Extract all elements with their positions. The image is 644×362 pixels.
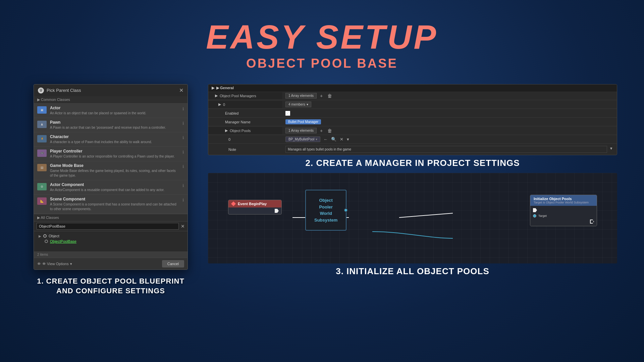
pooler-out-dot xyxy=(344,208,348,212)
opm-expand-icon: ▶ xyxy=(215,94,218,98)
actor-icon: ▣ xyxy=(37,106,47,114)
bp-icon-row: ← 🔍 ✕ ▾ xyxy=(322,137,350,142)
bp-badge: BP_MyBulletPool ▾ xyxy=(285,136,320,142)
dialog-close-button[interactable]: ✕ xyxy=(179,87,183,94)
note-value-cell: Manages all types bullet pools in the ga… xyxy=(282,144,617,155)
note-text: Manages all types bullet pools in the ga… xyxy=(285,146,607,153)
class-item-character[interactable]: 🧍 Character A character is a type of Paw… xyxy=(34,132,187,147)
target-pin-row: Target xyxy=(530,213,597,219)
controller-icon: 🎮 xyxy=(37,149,47,157)
members-badge: 4 members ▾ xyxy=(285,102,311,107)
manager-name-value-cell: Bullet Pool Manager xyxy=(282,118,617,126)
search-row: ✕ xyxy=(34,222,187,231)
tree-objectpoolbase-label: ObjectPoolBase xyxy=(50,239,76,243)
bp-value-cell: BP_MyBulletPool ▾ ← 🔍 ✕ ▾ xyxy=(282,135,617,143)
pawn-icon: ♟ xyxy=(37,121,47,128)
exec-out-pin-2 xyxy=(590,220,594,224)
dialog-footer: 👁 👁 View Options ▾ Cancel xyxy=(34,258,187,269)
bp-more-button[interactable]: ▾ xyxy=(346,137,350,142)
tree-object-label: Object xyxy=(49,234,59,238)
exec-out-pin-row xyxy=(530,219,597,225)
cancel-button[interactable]: Cancel xyxy=(162,260,184,267)
index-0-row: ▶ 0 4 members ▾ xyxy=(208,100,617,109)
view-options-label: 👁 View Options xyxy=(42,262,69,266)
game-mode-info-icon: ℹ xyxy=(182,164,184,169)
settings-panel: ▶ ▶ General ▶ Object Pool Managers 1 Arr… xyxy=(208,84,617,155)
class-item-game-mode-base[interactable]: ▤ Game Mode Base Game Mode Base defines … xyxy=(34,161,187,180)
enabled-checkbox[interactable]: ✓ xyxy=(285,111,290,116)
actor-component-name: Actor Component xyxy=(50,182,179,187)
search-input[interactable] xyxy=(37,223,179,230)
event-begin-play-node: Event BeginPlay xyxy=(228,200,282,215)
ue-logo: U xyxy=(38,87,44,94)
player-controller-desc: A Player Controller is an actor responsi… xyxy=(50,154,179,159)
items-count: 2 items xyxy=(34,251,187,258)
view-options-button[interactable]: 👁 👁 View Options ▾ xyxy=(37,262,72,266)
del-op-button[interactable]: 🗑 xyxy=(326,128,333,133)
object-pools-label: ▶ Object Pools xyxy=(208,127,282,134)
titlebar-left: U Pick Parent Class xyxy=(38,87,81,94)
header: EASY SETUP OBJECT POOL BASE xyxy=(206,20,438,71)
add-op-button[interactable]: + xyxy=(319,128,324,133)
class-info-pawn: Pawn A Pawn is an actor that can be 'pos… xyxy=(50,120,179,130)
exec-out-row xyxy=(228,207,281,214)
class-info-actor-component: Actor Component An ActorComponent is a r… xyxy=(50,182,179,192)
bp-search-button[interactable]: 🔍 xyxy=(330,137,337,142)
eye-icon: 👁 xyxy=(37,262,41,266)
bp-clear-button[interactable]: ✕ xyxy=(339,137,344,142)
index0-expand-icon: ▶ xyxy=(218,102,221,107)
general-expand-icon: ▶ xyxy=(212,86,214,90)
class-item-player-controller[interactable]: 🎮 Player Controller A Player Controller … xyxy=(34,147,187,161)
player-controller-info-icon: ℹ xyxy=(182,150,184,155)
step1-label: 1. CREATE OBJECT POOL BLUEPRINT AND CONF… xyxy=(37,277,184,296)
dialog-titlebar: U Pick Parent Class ✕ xyxy=(34,84,187,96)
target-pin-label: Target xyxy=(538,214,547,218)
del-opm-button[interactable]: 🗑 xyxy=(326,93,333,99)
scene-component-name: Scene Component xyxy=(50,197,179,201)
class-list: ▣ Actor An Actor is an object that can b… xyxy=(34,104,187,214)
class-item-scene-component[interactable]: 📐 Scene Component A Scene Component is a… xyxy=(34,195,187,214)
index0-value-cell: 4 members ▾ xyxy=(282,100,617,109)
opm-value-cell: 1 Array elements + 🗑 xyxy=(282,92,617,100)
enabled-label: Enabled xyxy=(208,110,282,117)
right-panel: ▶ ▶ General ▶ Object Pool Managers 1 Arr… xyxy=(208,84,617,277)
node-diagram: Event BeginPlay xyxy=(208,173,617,263)
object-pool-managers-label: ▶ Object Pool Managers xyxy=(208,92,282,99)
search-clear-button[interactable]: ✕ xyxy=(181,224,185,229)
note-dropdown-button[interactable]: ▾ xyxy=(609,146,613,151)
scenecomp-icon: 📐 xyxy=(37,197,47,205)
page-wrapper: EASY SETUP OBJECT POOL BASE U Pick Paren… xyxy=(0,0,644,362)
class-item-actor[interactable]: ▣ Actor An Actor is an object that can b… xyxy=(34,104,187,118)
bp-arrow-left-button[interactable]: ← xyxy=(322,137,329,142)
class-info-player-controller: Player Controller A Player Controller is… xyxy=(50,149,179,159)
common-classes-label: ▶ Common Classes xyxy=(34,96,187,104)
character-info-icon: ℹ xyxy=(182,135,184,140)
object-pool-managers-row: ▶ Object Pool Managers 1 Array elements … xyxy=(208,92,617,100)
add-opm-button[interactable]: + xyxy=(319,93,324,99)
sub-title: OBJECT POOL BASE xyxy=(206,56,438,71)
note-row: Note Manages all types bullet pools in t… xyxy=(208,144,617,155)
note-text-content: Manages all types bullet pools in the ga… xyxy=(288,147,351,151)
game-mode-base-name: Game Mode Base xyxy=(50,163,179,168)
game-mode-base-desc: Game Mode Base defines the game being pl… xyxy=(50,169,179,178)
tree-item-object[interactable]: ▶ Object xyxy=(37,233,184,239)
tree-item-objectpoolbase[interactable]: ObjectPoolBase xyxy=(43,239,184,244)
class-item-pawn[interactable]: ♟ Pawn A Pawn is an actor that can be 'p… xyxy=(34,118,187,132)
manager-name-label: Manager Name xyxy=(208,119,282,125)
class-info-actor: Actor An Actor is an object that can be … xyxy=(50,106,179,116)
gamemode-icon: ▤ xyxy=(37,164,47,171)
enabled-row: Enabled ✓ xyxy=(208,109,617,118)
general-label: ▶ General xyxy=(216,86,234,90)
array-elements-2-badge: 1 Array elements xyxy=(285,128,317,133)
enabled-value-cell: ✓ xyxy=(282,110,617,117)
index-0-label: ▶ 0 xyxy=(208,101,282,108)
op-expand-icon: ▶ xyxy=(225,128,228,133)
character-name: Character xyxy=(50,134,179,139)
class-info-scene-component: Scene Component A Scene Component is a c… xyxy=(50,197,179,212)
tree-object-dot xyxy=(43,234,47,238)
character-desc: A character is a type of Pawn that inclu… xyxy=(50,140,179,144)
class-item-actor-component[interactable]: ⚙ Actor Component An ActorComponent is a… xyxy=(34,180,187,195)
actor-name: Actor xyxy=(50,106,179,110)
content-area: U Pick Parent Class ✕ ▶ Common Classes ▣… xyxy=(0,84,644,296)
pawn-name: Pawn xyxy=(50,120,179,125)
